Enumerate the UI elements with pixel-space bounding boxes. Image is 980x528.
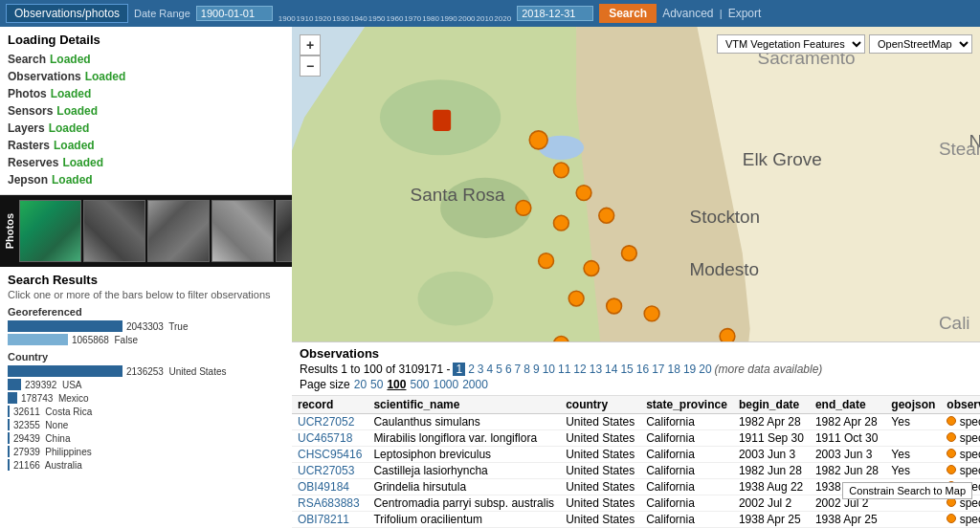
cell-state: California [640,414,733,430]
basemap-select[interactable]: OpenStreetMap [869,34,972,54]
georef-false-bar[interactable] [8,334,68,345]
date-end-input[interactable] [517,6,593,21]
page-size-100[interactable]: 100 [387,378,406,391]
record-link[interactable]: UC465718 [298,431,352,445]
page-link[interactable]: 20 [699,363,711,376]
cell-state: California [640,463,733,479]
country-bar[interactable] [8,432,10,444]
cell-country: United States [560,414,640,430]
record-link[interactable]: CHSC95416 [298,448,362,461]
svg-point-14 [622,246,637,261]
tab-observations[interactable]: Observations/photos [6,4,128,23]
results-text: Results 1 to 100 of 3109171 - [300,363,450,376]
photo-thumb[interactable] [276,200,292,262]
country-bar[interactable] [8,419,10,430]
list-item[interactable]: 2043303 True [8,320,284,332]
cell-scientific-name: Caulanthus simulans [368,414,560,430]
record-link[interactable]: OBI49184 [298,480,349,494]
page-link[interactable]: 14 [605,363,617,376]
date-start-input[interactable] [196,6,273,21]
country-bar[interactable] [8,379,21,390]
page-link[interactable]: 16 [636,363,649,376]
list-item[interactable]: 21166 Australia [8,459,284,471]
cell-geojson: Yes [885,463,941,479]
cell-record: OBI49184 [292,479,368,495]
photo-thumb[interactable] [212,200,274,262]
date-range-label: Date Range [134,8,190,19]
list-item[interactable]: 178743 Mexico [8,392,284,404]
list-item[interactable]: 32355 None [8,419,284,430]
page-link[interactable]: 12 [573,363,586,376]
zoom-out-button[interactable]: − [300,55,321,77]
list-item: Search Loaded [8,51,284,68]
georef-true-bar[interactable] [8,320,122,332]
record-link[interactable]: OBI78211 [298,513,349,526]
constrain-search-button[interactable]: Constrain Search to Map [842,482,972,499]
cell-begin-date: 1938 Aug 22 [733,479,810,495]
advanced-link[interactable]: Advanced [662,7,713,20]
search-results-panel: Search Results Click one or more of the … [0,267,292,528]
observations-header: Observations Results 1 to 100 of 3109171… [292,342,980,396]
layer-select[interactable]: VTM Vegetation Features [717,34,865,54]
obs-type-dot [947,432,956,442]
search-results-title: Search Results [8,273,284,287]
country-bar[interactable] [8,406,10,417]
page-size-50[interactable]: 50 [370,378,383,391]
page-size-1000[interactable]: 1000 [433,378,458,391]
page-link[interactable]: 11 [558,363,570,376]
list-item[interactable]: 32611 Costa Rica [8,406,284,417]
list-item[interactable]: 239392 USA [8,379,284,390]
record-link[interactable]: UCR27052 [298,415,354,429]
svg-text:Cali: Cali [939,313,970,333]
list-item[interactable]: 1065868 False [8,334,284,345]
zoom-in-button[interactable]: + [300,34,321,55]
list-item[interactable]: 27939 Philippines [8,446,284,457]
country-bar[interactable] [8,392,17,404]
advanced-export-links: Advanced | Export [662,7,761,20]
table-row: UC465718 Mirabilis longiflora var. longi… [292,430,980,447]
page-link[interactable]: 15 [620,363,633,376]
record-link[interactable]: UCR27053 [298,464,354,477]
cell-state: California [640,447,733,463]
page-size-20[interactable]: 20 [354,378,367,391]
col-begin-date: begin_date [733,396,810,414]
record-link[interactable]: RSA683883 [298,496,360,510]
photo-thumb[interactable] [147,200,210,262]
page-link[interactable]: 13 [590,363,602,376]
page-link[interactable]: 5 [496,363,502,376]
page-size-500[interactable]: 500 [410,378,429,391]
svg-text:Elk Grove: Elk Grove [743,149,822,169]
obs-type-dot [947,514,956,523]
cell-end-date: 1938 Apr 25 [810,512,885,528]
page-link[interactable]: 8 [523,363,530,376]
cell-state: California [640,512,733,528]
page-link[interactable]: 6 [505,363,512,376]
country-bar[interactable] [8,446,10,457]
list-item[interactable]: 29439 China [8,432,284,444]
page-link[interactable]: 3 [478,363,484,376]
page-link[interactable]: 7 [515,363,522,376]
export-link[interactable]: Export [728,7,762,20]
list-item[interactable]: 2136253 United States [8,365,284,377]
page-link[interactable]: 9 [533,363,540,376]
country-bar[interactable] [8,365,122,377]
search-button[interactable]: Search [599,4,657,23]
country-bar[interactable] [8,459,10,471]
page-link[interactable]: 17 [652,363,664,376]
page-link[interactable]: 4 [487,363,494,376]
photos-label: Photos [4,213,15,249]
page-link[interactable]: 18 [668,363,680,376]
col-obs-type: observation_type [941,396,980,414]
cell-begin-date: 2003 Jun 3 [733,447,810,463]
table-row: UCR27052 Caulanthus simulans United Stat… [292,414,980,430]
more-data-text: (more data available) [715,363,823,376]
page-link[interactable]: 10 [543,363,555,376]
photo-thumb[interactable] [83,200,145,262]
page-link[interactable]: 19 [683,363,696,376]
page-size-2000[interactable]: 2000 [462,378,488,391]
table-row: OBI78211 Trifolium oracilientum United S… [292,512,980,528]
page-link[interactable]: 2 [468,363,475,376]
cell-scientific-name: Centromadia parryi subsp. australis [368,495,560,512]
cell-scientific-name: Mirabilis longiflora var. longiflora [368,430,560,447]
photo-thumb[interactable] [19,200,81,262]
